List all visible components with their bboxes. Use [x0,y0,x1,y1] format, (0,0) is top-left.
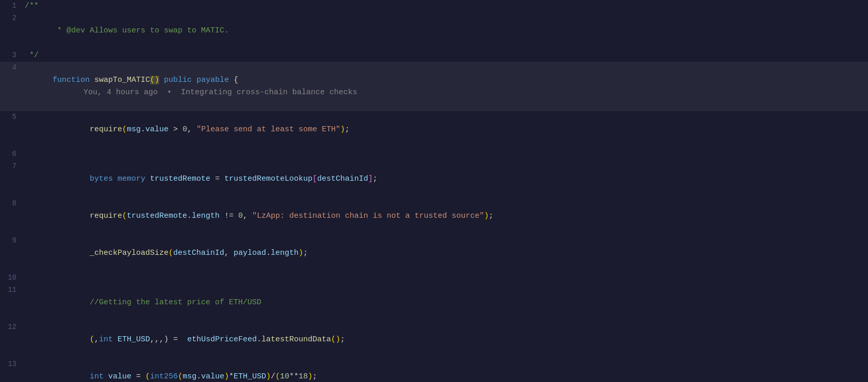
code-line-5: 5 require(msg.value > 0, "Please send at… [0,111,868,148]
code-line-4: 4 function swapTo_MATIC() public payable… [0,62,868,111]
code-line-10: 10 [0,272,868,284]
code-line-2: 2 * @dev Allows users to swap to MATIC. [0,12,868,49]
code-line-7: 7 bytes memory trustedRemote = trustedRe… [0,161,868,198]
code-line-13: 13 int value = (int256(msg.value)*ETH_US… [0,358,868,382]
code-editor: 1 /** 2 * @dev Allows users to swap to M… [0,0,868,382]
code-line-11: 11 //Getting the latest price of ETH/USD [0,284,868,321]
code-line-8: 8 require(trustedRemote.length != 0, "Lz… [0,198,868,235]
code-line-6: 6 [0,148,868,161]
code-line-1: 1 /** [0,0,868,12]
code-line-3: 3 */ [0,49,868,62]
code-line-12: 12 (,int ETH_USD,,,) = ethUsdPriceFeed.l… [0,321,868,358]
code-line-9: 9 _checkPayloadSize(destChainId, payload… [0,235,868,272]
